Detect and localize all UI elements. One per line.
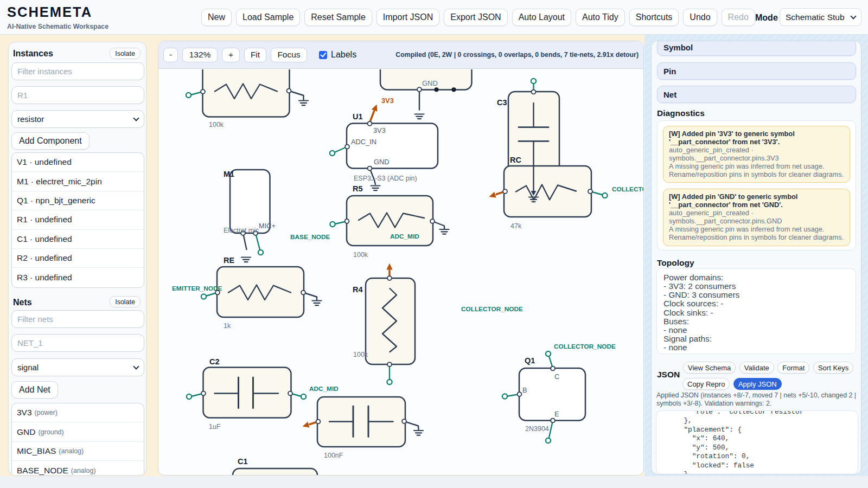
svg-text:ADC_MID: ADC_MID — [390, 233, 419, 240]
svg-text:C1: C1 — [238, 457, 248, 466]
svg-text:3V3: 3V3 — [373, 126, 386, 134]
svg-text:BASE_NODE: BASE_NODE — [290, 233, 330, 241]
svg-text:C2: C2 — [209, 357, 220, 366]
svg-text:U1: U1 — [353, 112, 363, 121]
svg-text:MIC+: MIC+ — [259, 222, 276, 230]
svg-text:100k: 100k — [353, 351, 368, 358]
svg-text:RE: RE — [224, 256, 234, 265]
svg-text:100nF: 100nF — [324, 452, 343, 459]
svg-text:COLLECTOR_NODE: COLLECTOR_NODE — [612, 185, 644, 193]
svg-text:R5: R5 — [353, 184, 363, 193]
svg-text:ESP32-S3 (ADC pin): ESP32-S3 (ADC pin) — [354, 175, 417, 182]
svg-text:1k: 1k — [224, 322, 231, 330]
svg-text:Q1: Q1 — [525, 356, 535, 365]
svg-text:GND: GND — [422, 79, 438, 87]
svg-text:ADC_MID: ADC_MID — [309, 385, 339, 393]
svg-text:100k: 100k — [353, 251, 368, 259]
svg-text:COLLECTOR_NODE: COLLECTOR_NODE — [461, 305, 523, 313]
svg-text:EMITTER_NODE: EMITTER_NODE — [172, 285, 222, 292]
svg-text:RC: RC — [510, 156, 521, 164]
svg-text:47k: 47k — [510, 222, 522, 230]
svg-text:GND: GND — [374, 158, 389, 166]
svg-text:R4: R4 — [353, 285, 363, 294]
svg-text:C3: C3 — [497, 98, 507, 107]
svg-text:M1: M1 — [224, 170, 234, 178]
svg-text:3V3: 3V3 — [381, 97, 394, 105]
svg-text:2N3904: 2N3904 — [525, 425, 549, 433]
svg-text:B: B — [522, 386, 527, 394]
svg-text:1uF: 1uF — [209, 423, 221, 431]
svg-text:Electret mic: Electret mic — [224, 227, 259, 234]
svg-text:COLLECTOR_NODE: COLLECTOR_NODE — [554, 343, 616, 350]
svg-text:C: C — [554, 373, 559, 381]
svg-text:E: E — [554, 410, 559, 418]
svg-text:100k: 100k — [209, 121, 224, 129]
svg-text:ADC_IN: ADC_IN — [351, 138, 376, 146]
